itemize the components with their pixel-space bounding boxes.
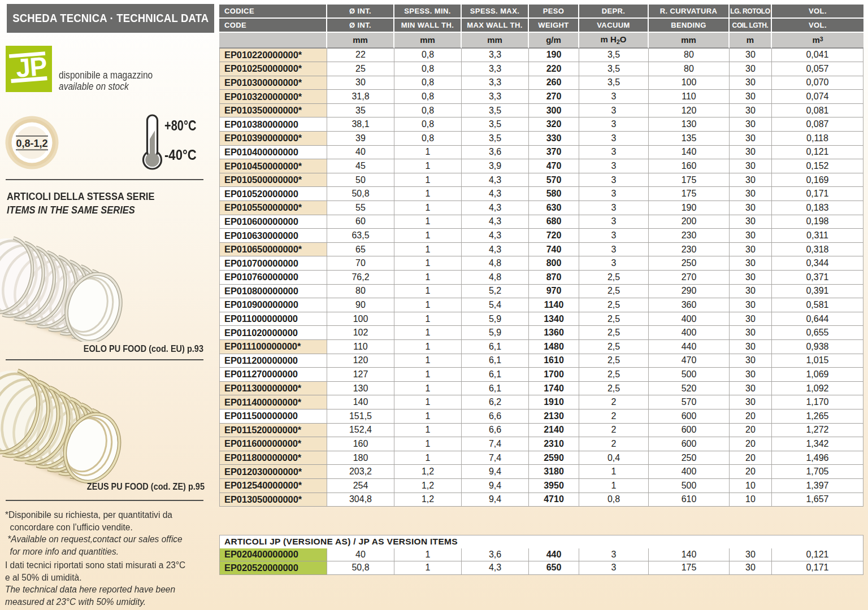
svg-text:JP: JP (15, 51, 47, 83)
svg-text:0,8-1,2: 0,8-1,2 (16, 138, 47, 149)
